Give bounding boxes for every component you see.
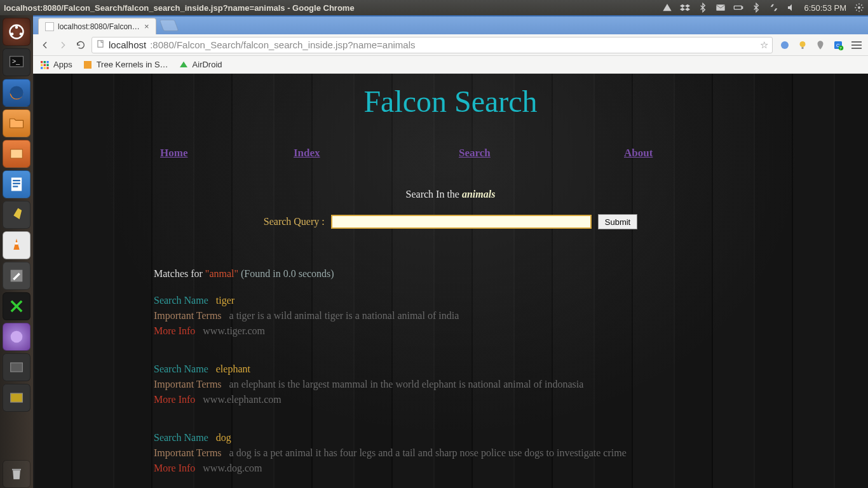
svg-rect-23 — [15, 242, 18, 245]
result-block: Search Name dog Important Terms a dog is… — [154, 430, 868, 476]
svg-rect-44 — [44, 64, 46, 65]
battery-icon[interactable] — [733, 3, 743, 13]
new-tab-button[interactable] — [159, 20, 179, 31]
matches-timing: (Found in 0.0 seconds) — [238, 268, 334, 279]
ext-globe-icon[interactable] — [779, 39, 790, 51]
svg-marker-1 — [680, 4, 685, 8]
nav-home[interactable]: Home — [160, 147, 187, 159]
result-name: dog — [216, 432, 231, 443]
tab-title: localhost:8080/Falcon_Se — [58, 22, 140, 31]
bookmark-airdroid[interactable]: AirDroid — [179, 60, 222, 70]
svg-marker-0 — [663, 4, 671, 11]
matches-prefix: Matches for — [154, 268, 205, 279]
launcher-writer-icon[interactable] — [3, 170, 31, 198]
launcher-firefox-icon[interactable] — [3, 79, 31, 107]
launcher-workspace1-icon[interactable] — [3, 353, 31, 381]
svg-rect-48 — [46, 67, 48, 69]
ext-badge-icon[interactable]: C7 — [832, 39, 844, 51]
results-area: Matches for "anmal" (Found in 0.0 second… — [154, 266, 868, 476]
bookmark-favicon-icon — [83, 60, 93, 70]
nav-search[interactable]: Search — [459, 147, 491, 159]
launcher-trash-icon[interactable] — [3, 460, 31, 488]
page-icon — [96, 39, 105, 50]
svg-marker-8 — [788, 4, 792, 11]
page-content: Falcon Search Home Index Search About Se… — [33, 74, 868, 488]
result-terms: a dog is a pet animal it has four legs a… — [229, 447, 627, 458]
back-button[interactable] — [38, 38, 52, 52]
launcher-files-icon[interactable] — [3, 109, 31, 137]
tab-strip: localhost:8080/Falcon_Se × — [33, 15, 868, 34]
extensions-area: C7 — [776, 39, 846, 51]
matches-term: "anmal" — [205, 268, 238, 279]
launcher-cleaner-icon[interactable] — [3, 201, 31, 229]
svg-rect-42 — [46, 61, 48, 63]
svg-point-12 — [11, 32, 14, 36]
search-header-category: animals — [462, 189, 495, 200]
dropbox-icon[interactable] — [680, 3, 690, 13]
address-bar[interactable]: localhost:8080/Falcon_Search/falcon_sear… — [92, 37, 773, 53]
bookmark-label: Apps — [53, 60, 72, 69]
ext-marker-icon[interactable] — [815, 39, 826, 51]
svg-rect-40 — [41, 61, 43, 63]
search-query-input[interactable] — [331, 215, 592, 229]
launcher-dash-icon[interactable] — [3, 18, 31, 46]
result-link[interactable]: www.dog.com — [203, 463, 262, 473]
svg-rect-46 — [41, 67, 43, 69]
launcher-xapp-icon[interactable] — [3, 292, 31, 320]
label-search-name: Search Name — [154, 363, 208, 374]
launcher-purple-icon[interactable] — [3, 323, 31, 351]
url-host: localhost — [109, 39, 146, 50]
launcher-workspace2-icon[interactable] — [3, 384, 31, 412]
svg-marker-2 — [685, 4, 690, 8]
apps-grid-icon — [39, 60, 50, 70]
chrome-menu-icon[interactable] — [850, 41, 863, 49]
label-more-info: More Info — [154, 394, 195, 405]
launcher-vlc-icon[interactable] — [3, 231, 31, 259]
svg-rect-41 — [44, 61, 46, 63]
result-block: Search Name elephant Important Terms an … — [154, 362, 868, 407]
launcher-editor-icon[interactable] — [3, 262, 31, 290]
bookmark-favicon-icon — [179, 60, 189, 70]
launcher-software-icon[interactable] — [3, 140, 31, 168]
settings-gear-icon[interactable] — [854, 3, 864, 13]
label-important-terms: Important Terms — [154, 310, 222, 321]
result-link[interactable]: www.tiger.com — [203, 325, 265, 336]
ext-bulb-icon[interactable] — [797, 39, 808, 51]
bookmark-tree-kernels[interactable]: Tree Kernels in S… — [83, 60, 168, 70]
bluetooth-icon[interactable] — [698, 3, 708, 13]
bluetooth2-icon[interactable] — [751, 3, 761, 13]
page-viewport: Falcon Search Home Index Search About Se… — [33, 74, 868, 488]
result-link[interactable]: www.elephant.com — [203, 394, 281, 405]
url-path: :8080/Falcon_Search/falcon_search_inside… — [150, 39, 415, 50]
search-header-prefix: Search In the — [406, 189, 462, 200]
volume-icon[interactable] — [787, 3, 797, 13]
svg-rect-21 — [13, 186, 18, 187]
nav-index[interactable]: Index — [294, 147, 320, 159]
result-block: Search Name tiger Important Terms a tige… — [154, 293, 868, 339]
forward-button[interactable] — [56, 38, 70, 52]
svg-rect-47 — [44, 67, 46, 69]
result-terms: a tiger is a wild animal tiger is a nati… — [229, 310, 459, 321]
bookmarks-bar: Apps Tree Kernels in S… AirDroid — [33, 56, 868, 74]
svg-rect-45 — [46, 64, 48, 65]
result-name: elephant — [216, 363, 250, 374]
submit-button[interactable]: Submit — [598, 214, 637, 229]
bookmark-star-icon[interactable]: ☆ — [760, 39, 768, 51]
svg-rect-30 — [11, 393, 23, 402]
svg-rect-35 — [802, 47, 804, 49]
svg-rect-31 — [12, 469, 21, 470]
mail-icon[interactable] — [715, 3, 726, 13]
page-title: Falcon Search — [33, 74, 868, 119]
reload-button[interactable] — [74, 38, 88, 52]
svg-rect-43 — [41, 64, 43, 65]
drive-icon[interactable] — [662, 3, 672, 13]
svg-rect-17 — [11, 149, 23, 158]
svg-point-25 — [11, 331, 23, 343]
clock[interactable]: 6:50:53 PM — [804, 3, 847, 13]
launcher-terminal-icon[interactable]: >_ — [3, 48, 31, 76]
network-icon[interactable] — [769, 3, 779, 13]
tab-close-icon[interactable]: × — [144, 22, 149, 31]
bookmark-apps[interactable]: Apps — [39, 60, 72, 70]
browser-tab[interactable]: localhost:8080/Falcon_Se × — [38, 18, 156, 34]
nav-about[interactable]: About — [624, 147, 653, 159]
